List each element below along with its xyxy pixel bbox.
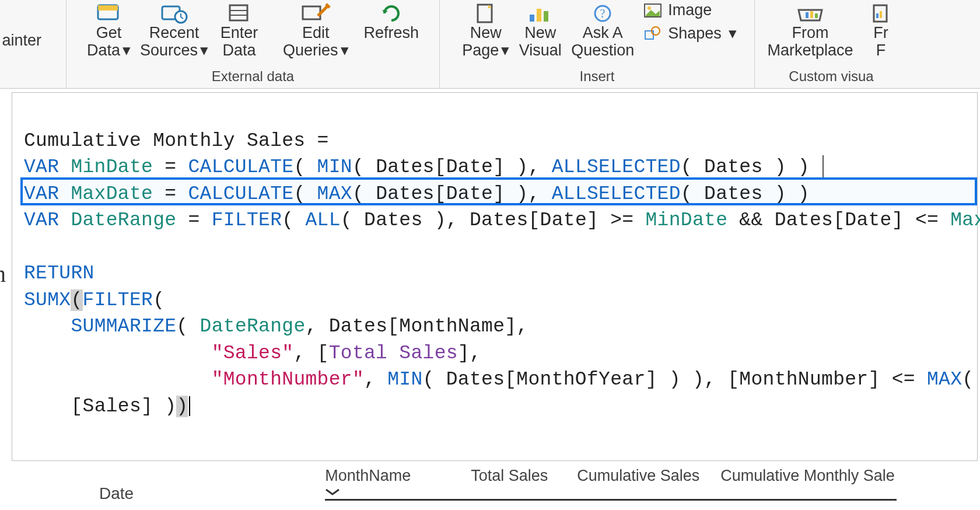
new-visual-label2: Visual	[519, 42, 562, 58]
left-crop-fragment: n	[0, 260, 6, 288]
matched-paren: (	[71, 289, 82, 311]
format-painter-label-fragment: ainter	[2, 32, 42, 50]
fn-min: MIN	[387, 369, 422, 390]
ask-question-icon: ?	[586, 2, 619, 25]
get-data-button[interactable]: Get Data▾	[82, 1, 135, 60]
new-page-icon	[470, 2, 502, 25]
var-mindate: MinDate	[59, 156, 153, 178]
ribbon-group-label-custom: Custom visua	[755, 66, 908, 88]
enter-data-button[interactable]: Enter Data	[213, 1, 265, 60]
edit-queries-label1: Edit	[302, 25, 330, 41]
svg-point-15	[648, 6, 651, 10]
ribbon-group-external-data: Get Data▾ Recent Sources▾ Enter Data	[66, 0, 440, 88]
fn-allselected: ALLSELECTED	[552, 183, 681, 205]
svg-rect-23	[880, 11, 882, 18]
from-marketplace-label2: Marketplace	[767, 42, 853, 58]
col-cumulative-sales[interactable]: Cumulative Sales	[558, 467, 710, 495]
dax-formula-bar[interactable]: Cumulative Monthly Sales = VAR MinDate =…	[12, 92, 978, 461]
get-data-icon	[92, 2, 125, 25]
svg-rect-19	[810, 11, 813, 18]
new-visual-icon	[524, 2, 556, 25]
ribbon-group-insert: New Page▾ New Visual ? Ask A Question	[440, 0, 755, 88]
svg-rect-22	[876, 13, 878, 18]
from-file-button[interactable]: Fr F	[860, 1, 902, 60]
chevron-down-icon: ▾	[729, 24, 737, 43]
svg-rect-20	[815, 13, 818, 18]
svg-rect-10	[537, 9, 541, 22]
from-file-label1: Fr	[873, 25, 888, 41]
str-monthnumber: "MonthNumber"	[212, 369, 364, 390]
fn-min: MIN	[317, 156, 352, 178]
fn-calculate: CALCULATE	[188, 156, 293, 178]
svg-rect-1	[98, 5, 118, 11]
get-data-label2: Data	[87, 41, 120, 59]
slicer-title: Date	[99, 484, 220, 503]
new-page-button[interactable]: New Page▾	[457, 1, 514, 60]
ref-maxdate: MaxDate	[950, 209, 980, 231]
fn-summarize: SUMMARIZE	[71, 316, 176, 337]
new-page-label1: New	[470, 25, 502, 41]
measure-total-sales: Total Sales	[329, 343, 458, 364]
shapes-button[interactable]: Shapes ▾	[642, 24, 737, 43]
fn-filter: FILTER	[212, 209, 282, 231]
image-label: Image	[668, 1, 712, 19]
col-total-sales[interactable]: Total Sales	[442, 467, 558, 495]
ask-question-label2: Question	[571, 42, 634, 58]
fn-calculate: CALCULATE	[188, 183, 293, 205]
svg-rect-7	[303, 6, 320, 19]
svg-rect-4	[230, 5, 247, 20]
edit-queries-button[interactable]: Edit Queries▾	[278, 1, 354, 60]
fn-all: ALL	[306, 209, 341, 231]
svg-rect-11	[544, 11, 548, 22]
report-canvas: Date 1/2/2016 6/27/2017 MonthName Total …	[0, 467, 980, 510]
image-button[interactable]: Image	[642, 1, 712, 19]
refresh-label: Refresh	[364, 25, 419, 41]
chevron-down-icon: ▾	[200, 42, 208, 58]
new-visual-button[interactable]: New Visual	[514, 1, 566, 60]
date-slicer[interactable]: Date 1/2/2016 6/27/2017	[35, 484, 220, 510]
code-line-10: [Sales] )	[71, 396, 176, 417]
var-daterange: DateRange	[59, 209, 176, 231]
new-visual-label1: New	[524, 25, 556, 41]
ask-question-button[interactable]: ? Ask A Question	[566, 1, 639, 60]
ask-question-label1: Ask A	[583, 25, 623, 41]
result-table[interactable]: MonthName Total Sales Cumulative Sales C…	[325, 467, 897, 510]
dax-code[interactable]: Cumulative Monthly Sales = VAR MinDate =…	[24, 101, 974, 446]
fn-sumx: SUMX	[24, 289, 71, 311]
col-cumulative-monthly[interactable]: Cumulative Monthly Sale	[710, 467, 897, 495]
kw-var: VAR	[24, 209, 59, 231]
sort-ascending-icon	[325, 488, 340, 495]
from-file-icon	[864, 2, 897, 25]
marketplace-icon	[794, 2, 827, 25]
kw-var: VAR	[24, 156, 59, 178]
chevron-down-icon: ▾	[341, 42, 349, 58]
ribbon-group-label-clipboard	[0, 66, 66, 88]
chevron-down-icon: ▾	[123, 42, 131, 58]
recent-sources-label1: Recent	[149, 25, 200, 41]
refresh-icon	[375, 2, 408, 25]
ribbon-group-label-external: External data	[66, 66, 439, 88]
code-line-1: Cumulative Monthly Sales =	[24, 130, 341, 152]
table-row[interactable]: January 1,811,536 12,432,549 1,811,536	[325, 501, 897, 510]
kw-var: VAR	[24, 183, 59, 205]
col-monthname[interactable]: MonthName	[325, 467, 442, 495]
str-sales: "Sales"	[212, 343, 294, 364]
chevron-down-icon: ▾	[501, 42, 509, 58]
fn-max: MAX	[317, 183, 352, 205]
recent-sources-icon	[158, 2, 190, 25]
from-marketplace-button[interactable]: From Marketplace	[761, 1, 860, 60]
fn-max: MAX	[927, 369, 962, 390]
ref-daterange: DateRange	[200, 316, 306, 337]
ribbon-group-label-insert: Insert	[440, 66, 754, 88]
enter-data-label2: Data	[222, 42, 256, 58]
get-data-label1: Get	[96, 25, 122, 41]
ribbon-toolbar: ainter Get Data▾ Recent Sources▾	[0, 0, 980, 89]
ribbon-group-clipboard: ainter	[0, 0, 66, 88]
ref-mindate: MinDate	[646, 209, 728, 231]
ribbon-group-custom-visuals: From Marketplace Fr F Custom visua	[755, 0, 908, 88]
recent-sources-button[interactable]: Recent Sources▾	[135, 1, 213, 60]
image-icon	[642, 2, 663, 19]
fn-allselected: ALLSELECTED	[552, 156, 681, 178]
refresh-button[interactable]: Refresh	[359, 1, 424, 60]
table-header-row: MonthName Total Sales Cumulative Sales C…	[325, 467, 897, 501]
